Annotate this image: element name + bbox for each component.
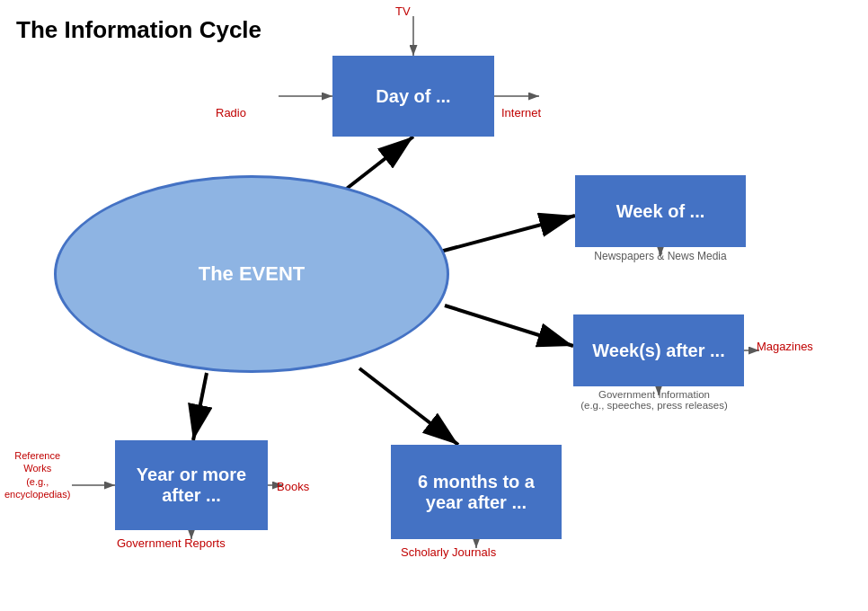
label-radio: Radio: [216, 106, 246, 120]
svg-line-7: [445, 306, 573, 346]
box-week-of: Week of ...: [575, 175, 746, 247]
label-gov-reports: Government Reports: [117, 536, 226, 550]
label-scholarly: Scholarly Journals: [401, 545, 496, 559]
label-books: Books: [277, 480, 309, 493]
box-day-of: Day of ...: [332, 56, 494, 137]
box-weeks-after: Week(s) after ...: [573, 314, 744, 386]
label-gov-info: Government Information(e.g., speeches, p…: [555, 389, 753, 411]
label-tv: TV: [395, 4, 411, 18]
diagram: The Information Cycle: [0, 0, 868, 611]
svg-line-8: [359, 368, 458, 445]
label-ref-works: ReferenceWorks(e.g.,encyclopedias): [4, 449, 70, 500]
svg-line-6: [440, 216, 575, 252]
event-ellipse: The EVENT: [54, 175, 449, 373]
page-title: The Information Cycle: [16, 16, 261, 44]
label-internet: Internet: [501, 106, 541, 120]
label-newspapers: Newspapers & News Media: [566, 250, 755, 262]
box-six-months: 6 months to a year after ...: [391, 445, 562, 539]
svg-line-9: [193, 373, 207, 440]
label-magazines: Magazines: [757, 340, 813, 353]
box-year-more: Year or more after ...: [115, 440, 268, 530]
event-label: The EVENT: [199, 262, 306, 286]
